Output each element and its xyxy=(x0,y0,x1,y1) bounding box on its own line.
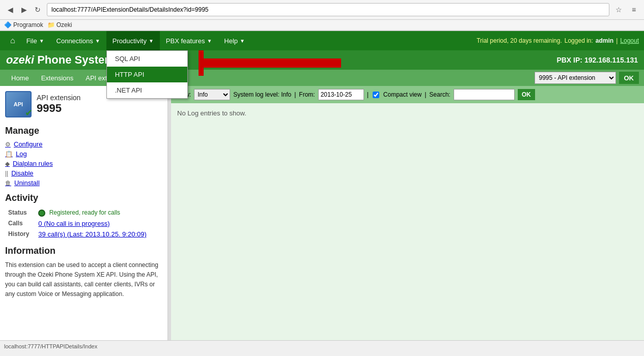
configure-icon: ⚙ xyxy=(5,141,11,148)
sub-nav-right: 9995 - API extension OK xyxy=(535,72,639,84)
nav-buttons: ◀ ▶ ↻ xyxy=(4,4,44,16)
browser-toolbar: ◀ ▶ ↻ ☆ ≡ xyxy=(0,0,644,20)
search-label: Search: xyxy=(429,91,450,98)
logged-in-label: Logged in: xyxy=(565,37,593,44)
dialplan-link[interactable]: ◆ Dialplan rules xyxy=(5,160,162,167)
file-label: File xyxy=(26,37,37,45)
productivity-menu[interactable]: Productivity ▼ xyxy=(106,31,160,50)
extension-ok-button[interactable]: OK xyxy=(619,72,639,84)
status-bar-text: localhost:7777/HTTPAPIDetails/Index xyxy=(4,343,97,349)
api-icon: API ✔ xyxy=(5,91,32,117)
api-title-block: API extension 9995 xyxy=(37,94,80,115)
pipe-separator-2: | xyxy=(367,91,369,98)
status-dot-icon xyxy=(38,210,45,217)
compact-view-label: Compact view xyxy=(383,91,422,98)
status-row: Status Registered, ready for calls xyxy=(5,207,162,218)
info-title: Information xyxy=(5,246,162,256)
search-input[interactable] xyxy=(454,89,515,100)
trial-text: Trial period, 20 days remaining. xyxy=(477,37,562,44)
manage-title: Manage xyxy=(5,126,162,136)
forward-button[interactable]: ▶ xyxy=(18,4,30,16)
dialplan-icon: ◆ xyxy=(5,160,10,167)
log-toolbar: View: InfoDebugWarningError System log l… xyxy=(171,86,644,103)
disable-link[interactable]: || Disable xyxy=(5,169,162,177)
extension-selector[interactable]: 9995 - API extension xyxy=(535,72,616,84)
file-menu[interactable]: File ▼ xyxy=(20,31,50,50)
dialplan-label: Dialplan rules xyxy=(13,160,53,167)
log-content: No Log entries to show. xyxy=(171,103,644,340)
connections-arrow-icon: ▼ xyxy=(95,38,100,44)
star-button[interactable]: ☆ xyxy=(612,4,625,16)
pipe-separator: | xyxy=(294,91,296,98)
file-arrow-icon: ▼ xyxy=(39,38,44,44)
view-select[interactable]: InfoDebugWarningError xyxy=(194,89,230,100)
programok-label: Programok xyxy=(13,21,43,28)
activity-title: Activity xyxy=(5,193,162,203)
from-date-input[interactable] xyxy=(318,89,364,100)
folder-icon: 📁 xyxy=(47,21,55,28)
header-bar: ozeki Phone System XE PBX IP: 192.168.11… xyxy=(0,50,644,70)
log-link[interactable]: 📋 Log xyxy=(5,150,162,158)
pbx-features-label: PBX features xyxy=(166,37,205,45)
history-label-cell: History xyxy=(5,229,35,240)
no-entries-text: No Log entries to show. xyxy=(177,109,246,117)
programok-icon: 🔷 xyxy=(4,21,12,28)
api-id: 9995 xyxy=(37,102,80,115)
extensions-subnav[interactable]: Extensions xyxy=(35,70,80,86)
history-link[interactable]: 39 call(s) (Last: 2013.10.25. 9:20:09) xyxy=(38,230,146,238)
ozeki-logo-text: ozeki xyxy=(6,53,34,66)
info-text: This extension can be used to accept a c… xyxy=(5,260,162,300)
pipe-separator-3: | xyxy=(425,91,426,98)
pbx-ip-label: PBX IP: xyxy=(556,56,582,64)
log-icon: 📋 xyxy=(5,151,13,158)
refresh-button[interactable]: ↻ xyxy=(32,4,44,16)
bookmarks-bar: 🔷 Programok 📁 Ozeki xyxy=(0,20,644,31)
ozeki-label: Ozeki xyxy=(57,21,72,28)
menu-button[interactable]: ≡ xyxy=(628,4,640,16)
http-api-item[interactable]: HTTP API xyxy=(107,67,187,82)
top-nav: ⌂ File ▼ Connections ▼ Productivity ▼ SQ… xyxy=(0,31,644,50)
nav-right-info: Trial period, 20 days remaining. Logged … xyxy=(477,37,639,44)
productivity-dropdown: SQL API HTTP API .NET API xyxy=(106,50,188,99)
home-button[interactable]: ⌂ xyxy=(5,31,20,50)
compact-view-checkbox[interactable] xyxy=(373,92,379,98)
configure-link[interactable]: ⚙ Configure xyxy=(5,140,162,148)
bookmark-ozeki[interactable]: 📁 Ozeki xyxy=(47,21,72,28)
disable-label: Disable xyxy=(11,169,33,177)
system-log-label: System log level: Info xyxy=(233,91,291,98)
address-bar[interactable] xyxy=(47,3,609,16)
calls-link[interactable]: 0 (No call is in progress) xyxy=(38,220,109,227)
productivity-menu-container: Productivity ▼ SQL API HTTP API .NET API xyxy=(106,31,160,50)
pbx-ip-display: PBX IP: 192.168.115.131 xyxy=(556,56,638,64)
uninstall-label: Uninstall xyxy=(14,179,40,187)
uninstall-link[interactable]: 🗑 Uninstall xyxy=(5,179,162,187)
log-ok-button[interactable]: OK xyxy=(518,89,535,100)
home-subnav[interactable]: Home xyxy=(5,70,35,86)
bookmark-programok[interactable]: 🔷 Programok xyxy=(4,21,43,28)
status-value: Registered, ready for calls xyxy=(49,209,120,216)
api-type-label: API extension xyxy=(37,94,80,102)
sub-nav: Home Extensions API extensions 9995 - AP… xyxy=(0,70,644,86)
uninstall-icon: 🗑 xyxy=(5,180,11,187)
help-menu[interactable]: Help ▼ xyxy=(218,31,251,50)
sql-api-item[interactable]: SQL API xyxy=(107,51,187,67)
checkmark-icon: ✔ xyxy=(25,107,33,118)
status-bar: localhost:7777/HTTPAPIDetails/Index xyxy=(0,340,644,351)
calls-row: Calls 0 (No call is in progress) xyxy=(5,218,162,229)
pbx-arrow-icon: ▼ xyxy=(207,38,212,44)
help-label: Help xyxy=(224,37,238,45)
back-button[interactable]: ◀ xyxy=(4,4,16,16)
pbx-features-menu[interactable]: PBX features ▼ xyxy=(160,31,218,50)
nav-separator: | xyxy=(616,37,618,44)
pbx-ip-value: 192.168.115.131 xyxy=(584,56,638,64)
net-api-item[interactable]: .NET API xyxy=(107,82,187,98)
productivity-label: Productivity xyxy=(113,37,147,45)
calls-value-cell: 0 (No call is in progress) xyxy=(35,218,162,229)
app-container: ⌂ File ▼ Connections ▼ Productivity ▼ SQ… xyxy=(0,31,644,351)
sidebar: API ✔ API extension 9995 Manage ⚙ Config… xyxy=(0,86,168,340)
logout-link[interactable]: Logout xyxy=(620,37,639,44)
connections-menu[interactable]: Connections ▼ xyxy=(50,31,106,50)
from-label: From: xyxy=(299,91,315,98)
connections-label: Connections xyxy=(57,37,93,45)
status-label-cell: Status xyxy=(5,207,35,218)
